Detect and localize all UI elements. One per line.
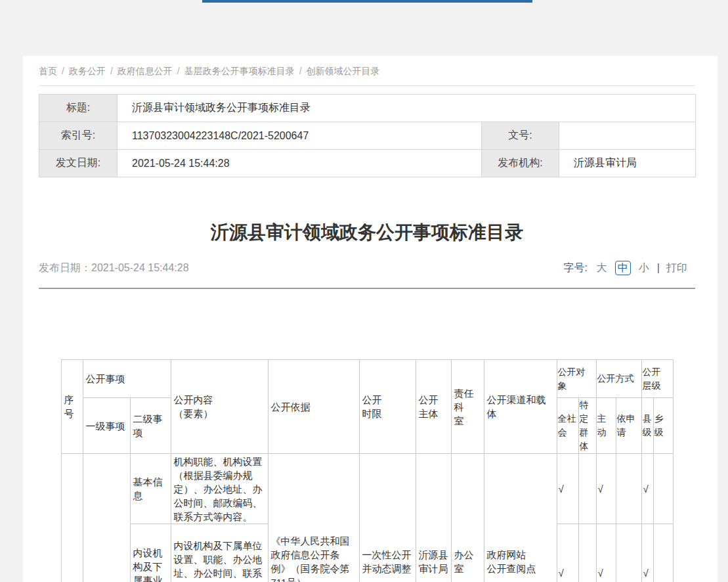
cell-on-request-check bbox=[616, 524, 641, 582]
meta-index-value: 11370323004223148C/2021-5200647 bbox=[118, 122, 482, 150]
print-button[interactable]: 打印 bbox=[666, 260, 687, 276]
header-specific-group: 特 定 群 体 bbox=[578, 398, 596, 454]
cell-all-society-check: √ bbox=[557, 454, 578, 524]
header-level1-item: 一级事项 bbox=[83, 398, 130, 454]
meta-row-index: 索引号: 11370323004223148C/2021-5200647 文号: bbox=[39, 122, 696, 150]
cell-active-check: √ bbox=[596, 524, 616, 582]
publish-date-value: 2021-05-24 15:44:28 bbox=[91, 262, 189, 273]
cell-level2-item: 内设机构及下属事业单位 bbox=[130, 524, 171, 582]
table-row: 基本信息 机构职能、机构设置（根据县委编办规定）、办公地址、办公时间、邮政编码、… bbox=[61, 454, 673, 524]
document-meta-table: 标题: 沂源县审计领域政务公开事项标准目录 索引号: 1137032300422… bbox=[39, 94, 696, 177]
top-nav-remnant-bar bbox=[202, 0, 532, 3]
header-public-method: 公开方式 bbox=[596, 360, 641, 398]
cell-time-limit: 一次性公开并动态调整 bbox=[359, 454, 416, 582]
header-on-request: 依申 请 bbox=[616, 398, 641, 454]
cell-subject: 沂源县审计局 bbox=[416, 454, 451, 582]
header-county-level: 县 级 bbox=[641, 398, 653, 454]
meta-date-label: 发文日期: bbox=[39, 150, 118, 177]
cell-on-request-check bbox=[616, 454, 641, 524]
font-size-medium-button[interactable]: 中 bbox=[615, 261, 631, 275]
breadcrumb-current[interactable]: 创新领域公开目录 bbox=[307, 66, 380, 76]
tools-separator: | bbox=[657, 260, 660, 276]
page-title: 沂源县审计领域政务公开事项标准目录 bbox=[39, 221, 695, 244]
meta-row-date: 发文日期: 2021-05-24 15:44:28 发布机构: 沂源县审计局 bbox=[39, 150, 696, 177]
meta-docnum-value bbox=[559, 122, 696, 150]
header-channels: 公开渠道和载 体 bbox=[484, 360, 557, 454]
cell-active-check: √ bbox=[596, 454, 616, 524]
cell-all-society-check: √ bbox=[557, 524, 578, 582]
content-divider bbox=[39, 288, 695, 289]
cell-channels: 政府网站 公开查阅点 bbox=[484, 454, 557, 582]
font-size-large-button[interactable]: 大 bbox=[597, 260, 607, 276]
header-responsible-dept: 责任科 室 bbox=[451, 360, 484, 454]
breadcrumb-zhengwugongkai[interactable]: 政务公开 bbox=[69, 66, 106, 76]
cell-county-check: √ bbox=[641, 454, 653, 524]
header-public-basis: 公开依据 bbox=[268, 360, 359, 454]
publish-date: 发布日期：2021-05-24 15:44:28 bbox=[39, 260, 189, 276]
cell-content: 内设机构及下属单位设置、职能、办公地址、办公时间、联系方式、负责人姓名等内容。 bbox=[171, 524, 268, 582]
content-panel: 首页/政务公开/政府信息公开/基层政务公开事项标准目录/创新领域公开目录 标题:… bbox=[23, 56, 717, 582]
publish-date-label: 发布日期： bbox=[39, 262, 91, 273]
header-township-level: 乡 级 bbox=[653, 398, 673, 454]
breadcrumb-separator: / bbox=[62, 66, 64, 76]
font-size-label: 字号: bbox=[563, 260, 587, 276]
meta-docnum-label: 文号: bbox=[482, 122, 559, 150]
meta-index-label: 索引号: bbox=[39, 122, 118, 150]
header-serial-number: 序 号 bbox=[61, 360, 83, 454]
header-public-level: 公开 层级 bbox=[641, 360, 673, 398]
header-public-items: 公开事项 bbox=[83, 360, 171, 398]
meta-row-title: 标题: 沂源县审计领域政务公开事项标准目录 bbox=[39, 95, 696, 122]
cell-level2-item: 基本信息 bbox=[130, 454, 171, 524]
breadcrumb-home[interactable]: 首页 bbox=[39, 66, 57, 76]
header-level2-item: 二级事 项 bbox=[130, 398, 171, 454]
cell-basis: 《中华人民共和国政府信息公开条例》（国务院令第711号） bbox=[268, 454, 359, 582]
article-info-row: 发布日期：2021-05-24 15:44:28 字号: 大 中 小 | 打印 bbox=[39, 260, 695, 276]
cell-level1-item bbox=[83, 454, 130, 582]
header-active: 主 动 bbox=[596, 398, 616, 454]
header-public-subject: 公开 主体 bbox=[416, 360, 451, 454]
breadcrumb-xinxigongkai[interactable]: 政府信息公开 bbox=[118, 66, 173, 76]
cell-county-check: √ bbox=[641, 524, 653, 582]
header-time-limit: 公开 时限 bbox=[359, 360, 416, 454]
breadcrumb: 首页/政务公开/政府信息公开/基层政务公开事项标准目录/创新领域公开目录 bbox=[39, 56, 695, 86]
cell-specific-group-check bbox=[578, 454, 596, 524]
cell-content: 机构职能、机构设置（根据县委编办规定）、办公地址、办公时间、邮政编码、联系方式等… bbox=[171, 454, 268, 524]
meta-org-label: 发布机构: bbox=[482, 150, 559, 177]
meta-org-value: 沂源县审计局 bbox=[559, 150, 696, 177]
catalog-table: 序 号 公开事项 公开内容 （要素） 公开依据 公开 时限 公开 主体 责任科 … bbox=[61, 359, 674, 582]
header-public-content: 公开内容 （要素） bbox=[171, 360, 268, 454]
cell-township-check bbox=[653, 524, 673, 582]
cell-specific-group-check bbox=[578, 524, 596, 582]
meta-title-label: 标题: bbox=[39, 95, 118, 122]
header-all-society: 全社 会 bbox=[557, 398, 578, 454]
breadcrumb-biaozhunmulu[interactable]: 基层政务公开事项标准目录 bbox=[184, 66, 295, 76]
font-size-small-button[interactable]: 小 bbox=[639, 260, 649, 276]
breadcrumb-separator: / bbox=[110, 66, 113, 76]
cell-serial bbox=[61, 454, 83, 582]
meta-title-value: 沂源县审计领域政务公开事项标准目录 bbox=[118, 95, 696, 122]
cell-township-check bbox=[653, 454, 673, 524]
cell-department: 办公室 bbox=[451, 454, 484, 582]
font-size-tools: 字号: 大 中 小 | 打印 bbox=[563, 260, 687, 276]
catalog-header-row-1: 序 号 公开事项 公开内容 （要素） 公开依据 公开 时限 公开 主体 责任科 … bbox=[61, 360, 673, 398]
header-public-target: 公开对 象 bbox=[557, 360, 596, 398]
meta-date-value: 2021-05-24 15:44:28 bbox=[118, 150, 482, 177]
breadcrumb-separator: / bbox=[177, 66, 180, 76]
breadcrumb-separator: / bbox=[299, 66, 302, 76]
